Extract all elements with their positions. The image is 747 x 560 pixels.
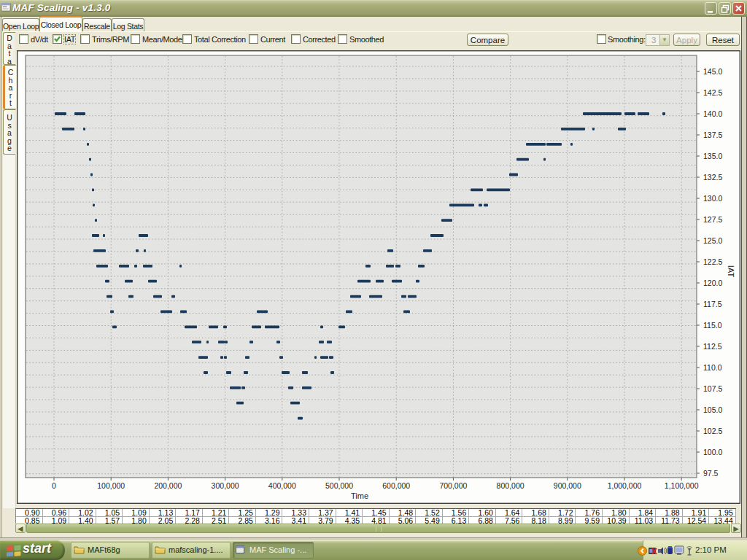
svg-text:115.0: 115.0 [703, 321, 722, 330]
svg-text:137.5: 137.5 [703, 131, 722, 139]
svg-text:1,100,000: 1,100,000 [665, 481, 699, 490]
svg-text:600,000: 600,000 [382, 481, 410, 490]
svg-text:120.0: 120.0 [703, 279, 722, 287]
svg-text:IAT: IAT [727, 265, 735, 278]
svg-text:100,000: 100,000 [97, 481, 125, 490]
svg-text:142.5: 142.5 [703, 88, 722, 97]
svg-text:102.5: 102.5 [703, 427, 722, 435]
svg-text:500,000: 500,000 [325, 481, 353, 490]
svg-text:140.0: 140.0 [703, 109, 722, 118]
svg-text:112.5: 112.5 [703, 342, 722, 351]
svg-text:900,000: 900,000 [554, 481, 581, 490]
svg-text:100.0: 100.0 [703, 448, 722, 456]
svg-text:135.0: 135.0 [703, 152, 722, 160]
svg-text:132.5: 132.5 [703, 173, 722, 182]
svg-text:117.5: 117.5 [703, 300, 722, 308]
svg-text:200,000: 200,000 [154, 481, 182, 490]
svg-text:107.5: 107.5 [703, 384, 722, 393]
svg-text:300,000: 300,000 [212, 481, 239, 490]
svg-text:1,000,000: 1,000,000 [608, 481, 642, 490]
svg-text:800,000: 800,000 [497, 481, 525, 490]
svg-text:145.0: 145.0 [703, 67, 722, 76]
svg-text:127.5: 127.5 [703, 215, 722, 224]
svg-text:97.5: 97.5 [703, 469, 719, 478]
svg-text:105.0: 105.0 [703, 405, 722, 414]
svg-text:0: 0 [52, 481, 56, 490]
svg-text:Time: Time [351, 491, 368, 500]
svg-text:700,000: 700,000 [439, 481, 467, 490]
svg-text:122.5: 122.5 [703, 257, 722, 266]
svg-text:400,000: 400,000 [268, 481, 296, 490]
svg-text:110.0: 110.0 [703, 363, 722, 372]
svg-text:125.0: 125.0 [703, 236, 722, 245]
svg-text:130.0: 130.0 [703, 194, 722, 203]
